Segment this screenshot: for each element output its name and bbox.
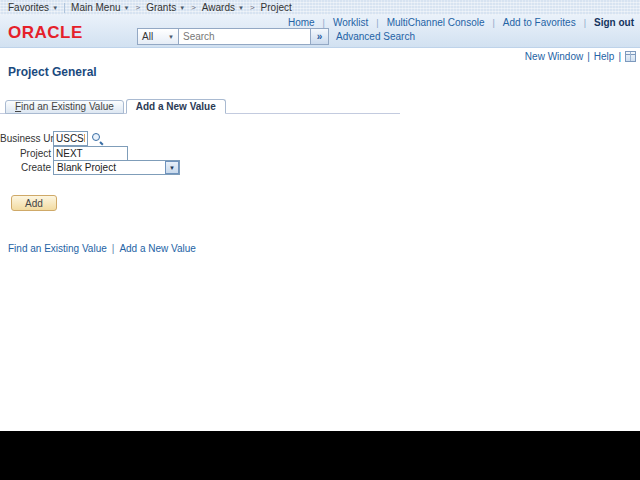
search-input[interactable] (179, 28, 311, 45)
tab-add-a-new-value[interactable]: Add a New Value (126, 99, 226, 114)
advanced-search-link[interactable]: Advanced Search (336, 31, 415, 42)
separator: | (493, 18, 495, 28)
breadcrumb-separator-icon: > (191, 4, 196, 12)
project-label: Project (0, 148, 51, 159)
breadcrumb-favorites-label: Favorites (8, 2, 49, 13)
breadcrumb-separator-icon: > (136, 4, 141, 12)
tab-label: Add a New Value (136, 101, 216, 113)
breadcrumb-separator-icon: > (250, 4, 255, 12)
page-title: Project General (8, 65, 97, 79)
sign-out-link[interactable]: Sign out (594, 17, 634, 28)
search-bar: All ▼ » Advanced Search (137, 28, 415, 45)
search-go-button[interactable]: » (311, 28, 329, 45)
breadcrumb-divider (64, 3, 65, 13)
chevron-down-icon: ▼ (179, 5, 185, 11)
peoplesoft-screen: Favorites ▼ Main Menu ▼ > Grants ▼ > Awa… (0, 0, 640, 480)
breadcrumb-project[interactable]: Project (261, 2, 292, 13)
tab-bar: Find an Existing Value Add a New Value (5, 99, 228, 114)
add-to-favorites-link[interactable]: Add to Favorites (503, 17, 576, 28)
separator: | (376, 18, 378, 28)
footer-links: Find an Existing Value | Add a New Value (8, 243, 196, 254)
multichannel-console-link[interactable]: MultiChannel Console (387, 17, 485, 28)
utility-links: New Window | Help | (525, 51, 636, 62)
create-select[interactable]: Blank Project ▼ (53, 160, 180, 175)
project-field[interactable] (53, 146, 128, 161)
oracle-logo: ORACLE (8, 23, 83, 43)
business-unit-row: Business Unit (0, 131, 104, 146)
tab-find-an-existing-value[interactable]: Find an Existing Value (5, 100, 124, 114)
header-links: Home | Worklist | MultiChannel Console |… (288, 17, 634, 28)
chevron-down-icon: ▼ (52, 5, 58, 11)
breadcrumb-main-menu[interactable]: Main Menu ▼ (71, 2, 129, 13)
breadcrumb-grants-label: Grants (146, 2, 176, 13)
header: ORACLE Home | Worklist | MultiChannel Co… (0, 15, 640, 48)
search-scope-value: All (142, 31, 153, 42)
tab-label: Find an Existing Value (15, 101, 114, 113)
letterbox-bottom (0, 431, 640, 480)
separator: | (618, 51, 621, 62)
search-scope-dropdown[interactable]: All ▼ (137, 28, 179, 45)
separator: | (323, 18, 325, 28)
breadcrumb-main-menu-label: Main Menu (71, 2, 120, 13)
new-window-link[interactable]: New Window (525, 51, 583, 62)
find-an-existing-value-link[interactable]: Find an Existing Value (8, 243, 107, 254)
separator: | (587, 51, 590, 62)
create-select-value: Blank Project (54, 161, 165, 174)
add-button[interactable]: Add (11, 195, 57, 211)
breadcrumb-awards-label: Awards (202, 2, 235, 13)
business-unit-field[interactable] (53, 131, 88, 146)
separator: | (112, 243, 115, 254)
create-label: Create (0, 162, 51, 173)
lookup-magnifier-icon[interactable] (91, 132, 104, 145)
personalize-page-icon[interactable] (625, 51, 636, 62)
breadcrumb-grants[interactable]: Grants ▼ (146, 2, 185, 13)
project-row: Project (0, 146, 128, 161)
breadcrumb: Favorites ▼ Main Menu ▼ > Grants ▼ > Awa… (0, 0, 640, 16)
add-a-new-value-link[interactable]: Add a New Value (119, 243, 196, 254)
worklist-link[interactable]: Worklist (333, 17, 368, 28)
chevron-down-icon: ▼ (238, 5, 244, 11)
business-unit-label: Business Unit (0, 133, 51, 144)
create-row: Create Blank Project ▼ (0, 160, 180, 175)
select-arrow-glyph: ▼ (169, 165, 175, 171)
separator: | (584, 18, 586, 28)
home-link[interactable]: Home (288, 17, 315, 28)
breadcrumb-awards[interactable]: Awards ▼ (202, 2, 244, 13)
chevron-down-icon: ▼ (124, 5, 130, 11)
chevron-down-icon: ▼ (168, 34, 174, 40)
breadcrumb-project-label: Project (261, 2, 292, 13)
help-link[interactable]: Help (594, 51, 615, 62)
breadcrumb-favorites[interactable]: Favorites ▼ (8, 2, 58, 13)
chevron-down-icon[interactable]: ▼ (165, 161, 179, 174)
